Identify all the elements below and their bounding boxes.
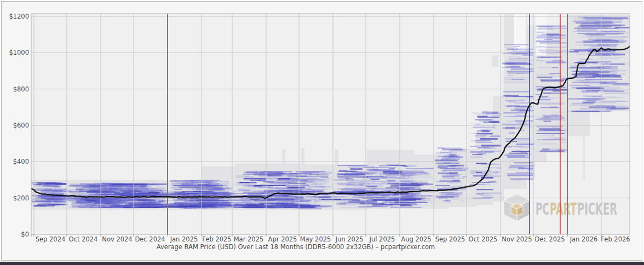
ram-price-chart-figure: PCPARTPICKER$0$200$400$600$800$1000$1200… [0, 0, 644, 265]
x-tick-label: Aug 2025 [401, 235, 431, 243]
y-tick-label: $400 [13, 158, 29, 165]
logo-text-picker: PICKER [577, 199, 617, 218]
x-tick-label: Dec 2024 [135, 235, 165, 243]
logo-text-pc: PC [536, 199, 549, 218]
bottom-bar [0, 262, 644, 265]
y-tick-label: $800 [13, 85, 29, 93]
logo-text-part: PART [550, 199, 577, 218]
x-tick-label: Mar 2025 [234, 235, 264, 243]
x-tick-label: Jan 2025 [170, 235, 198, 243]
x-tick-label: Jul 2025 [369, 235, 395, 243]
x-tick-label: Apr 2025 [268, 235, 297, 243]
x-tick-label: Feb 2025 [202, 235, 231, 243]
y-tick-label: $200 [13, 194, 29, 202]
x-tick-label: Jun 2025 [335, 235, 364, 243]
x-tick-label: Oct 2024 [69, 235, 98, 243]
price-history-chart: PCPARTPICKER$0$200$400$600$800$1000$1200… [0, 0, 644, 262]
x-tick-label: Sep 2025 [435, 235, 465, 243]
x-tick-label: May 2025 [300, 235, 331, 243]
x-tick-label: Nov 2025 [502, 235, 532, 243]
x-axis-labels: Sep 2024Oct 2024Nov 2024Dec 2024Jan 2025… [36, 235, 630, 243]
x-tick-label: Dec 2025 [534, 235, 565, 243]
x-tick-label: Sep 2024 [36, 235, 66, 243]
y-tick-label: $0 [21, 231, 29, 238]
x-tick-label: Feb 2026 [601, 235, 630, 243]
x-tick-label: Oct 2025 [469, 235, 498, 243]
y-tick-label: $600 [13, 122, 29, 129]
y-tick-label: $1200 [9, 13, 29, 20]
chart-caption: Average RAM Price (USD) Over Last 18 Mon… [0, 243, 591, 251]
x-tick-label: Jan 2026 [570, 235, 598, 243]
y-tick-label: $1000 [9, 49, 29, 56]
x-tick-label: Nov 2024 [102, 235, 132, 243]
y-axis-labels: $0$200$400$600$800$1000$1200 [9, 13, 29, 238]
